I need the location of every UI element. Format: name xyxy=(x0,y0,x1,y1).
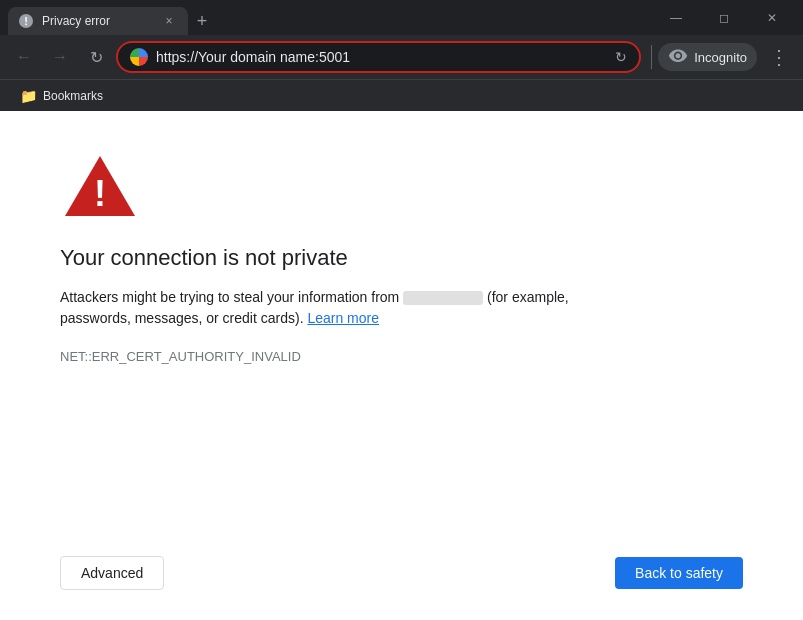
address-bar[interactable]: https://Your domain name:5001 ↻ xyxy=(116,41,641,73)
bookmarks-item[interactable]: 📁 Bookmarks xyxy=(12,84,111,108)
address-reload-icon: ↻ xyxy=(615,49,627,65)
nav-right: Incognito ⋮ xyxy=(651,41,795,73)
blurred-domain xyxy=(403,291,483,305)
address-text: https://Your domain name:5001 xyxy=(156,49,350,65)
learn-more-link[interactable]: Learn more xyxy=(307,310,379,326)
close-window-button[interactable]: ✕ xyxy=(749,0,795,35)
address-domain: Your domain name:5001 xyxy=(198,49,350,65)
warning-triangle-icon: ! xyxy=(60,151,140,221)
forward-button[interactable]: → xyxy=(44,41,76,73)
incognito-icon xyxy=(668,47,688,67)
svg-text:!: ! xyxy=(94,173,106,214)
back-button[interactable]: ← xyxy=(8,41,40,73)
titlebar: ! Privacy error × + — ◻ ✕ xyxy=(0,0,803,35)
error-page-content: ! Your connection is not private Attacke… xyxy=(0,111,803,620)
site-info-icon[interactable] xyxy=(130,48,148,66)
tab-bar: ! Privacy error × + xyxy=(8,0,647,35)
svg-text:!: ! xyxy=(24,15,28,27)
tab-privacy-icon: ! xyxy=(18,13,34,29)
error-code: NET::ERR_CERT_AUTHORITY_INVALID xyxy=(60,349,743,364)
incognito-button[interactable]: Incognito xyxy=(658,43,757,71)
close-tab-button[interactable]: × xyxy=(160,12,178,30)
address-https: https:// xyxy=(156,49,198,65)
menu-button[interactable]: ⋮ xyxy=(763,41,795,73)
minimize-button[interactable]: — xyxy=(653,0,699,35)
google-icon xyxy=(130,48,148,66)
maximize-button[interactable]: ◻ xyxy=(701,0,747,35)
bookmarks-label: Bookmarks xyxy=(43,89,103,103)
advanced-button[interactable]: Advanced xyxy=(60,556,164,590)
reload-button[interactable]: ↻ xyxy=(80,41,112,73)
incognito-label: Incognito xyxy=(694,50,747,65)
back-to-safety-button[interactable]: Back to safety xyxy=(615,557,743,589)
nav-divider xyxy=(651,45,652,69)
window-controls: — ◻ ✕ xyxy=(653,0,795,35)
active-tab[interactable]: ! Privacy error × xyxy=(8,7,188,35)
bookmarks-bar: 📁 Bookmarks xyxy=(0,79,803,111)
new-tab-button[interactable]: + xyxy=(188,7,216,35)
bookmarks-folder-icon: 📁 xyxy=(20,88,37,104)
error-title: Your connection is not private xyxy=(60,245,743,271)
error-desc-before: Attackers might be trying to steal your … xyxy=(60,289,399,305)
tab-title: Privacy error xyxy=(42,14,152,28)
action-buttons-row: Advanced Back to safety xyxy=(60,556,743,590)
navbar: ← → ↻ https://Your domain name:5001 ↻ In… xyxy=(0,35,803,79)
error-description: Attackers might be trying to steal your … xyxy=(60,287,620,329)
